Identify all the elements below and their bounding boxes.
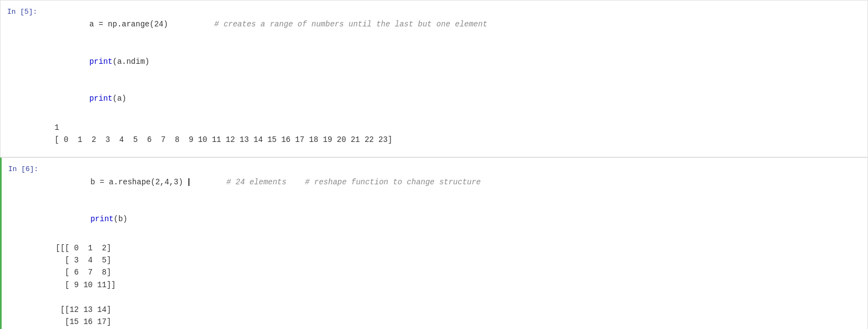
print-keyword-2: print [89, 94, 112, 103]
output-line-2-1: [[[ 0 1 2] [56, 242, 856, 254]
output-line-1-2: [ 0 1 2 3 4 5 6 7 8 9 10 11 12 13 14 15 … [55, 134, 856, 146]
cell-2[interactable]: In [6]: b = a.reshape(2,4,3) # 24 elemen… [0, 157, 868, 329]
cell-1[interactable]: In [5]: a = np.arange(24) # creates a ra… [0, 0, 868, 157]
cell-label-2: In [6]: [2, 158, 51, 180]
code-line-2-2[interactable]: print(b) [53, 200, 859, 237]
output-line-2-5 [56, 291, 856, 303]
print-keyword-3: print [90, 215, 113, 223]
output-line-2-2: [ 3 4 5] [56, 254, 856, 266]
notebook: In [5]: a = np.arange(24) # creates a ra… [0, 0, 868, 329]
output-line-2-3: [ 6 7 8] [56, 266, 856, 278]
cell-content-2: b = a.reshape(2,4,3) # 24 elements # res… [51, 158, 867, 329]
cell-label-1: In [5]: [1, 1, 50, 23]
output-line-2-6: [[12 13 14] [56, 304, 856, 316]
output-area-1: 1 [ 0 1 2 3 4 5 6 7 8 9 10 11 12 13 14 1… [52, 119, 859, 152]
code-line-1-3[interactable]: print(a) [52, 80, 859, 117]
code-line-1-2[interactable]: print(a.ndim) [52, 43, 859, 80]
var: a [89, 20, 94, 29]
cell-content-1: a = np.arange(24) # creates a range of n… [50, 1, 867, 157]
code-line-2-1[interactable]: b = a.reshape(2,4,3) # 24 elements # res… [53, 163, 859, 200]
print-keyword: print [89, 57, 112, 66]
output-line-2-7: [15 16 17] [56, 316, 856, 328]
output-line-2-4: [ 9 10 11]] [56, 279, 856, 291]
output-line-1-1: 1 [55, 122, 856, 134]
output-area-2: [[[ 0 1 2] [ 3 4 5] [ 6 7 8] [ 9 10 11]]… [53, 240, 859, 329]
code-line-1-1[interactable]: a = np.arange(24) # creates a range of n… [52, 6, 859, 43]
